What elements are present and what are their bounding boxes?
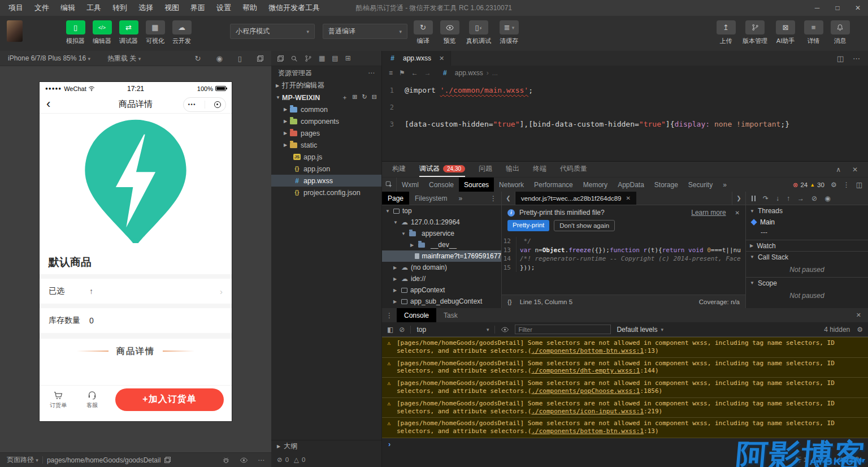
minified-source[interactable]: 12 */ 13var n=Object.freeze({});function… (502, 237, 745, 272)
source-tree-ide[interactable]: ▶☁ide:// (382, 273, 501, 284)
file-icon[interactable]: ▤ (332, 54, 338, 62)
collapse-panel-icon[interactable]: ∧ (836, 166, 841, 174)
close-tab-icon[interactable]: ✕ (439, 55, 444, 62)
bookmark-icon[interactable]: ⚑ (399, 69, 405, 77)
tab-filesystem[interactable]: Filesystem (409, 192, 453, 205)
project-root[interactable]: ▼ MP-WEIXIN ＋ ⊞ ↻ ⊟ (271, 92, 381, 103)
format-icon[interactable]: {} (507, 299, 512, 305)
source-tree-top[interactable]: ▼top (382, 205, 501, 217)
customer-service-button[interactable]: 客服 (77, 390, 107, 409)
expand-right-icon[interactable]: ❯ (732, 192, 745, 205)
tools-icon[interactable]: ⊞ (345, 54, 351, 62)
open-editors-section[interactable]: ▶ 打开的编辑器 (271, 80, 381, 92)
more-icon[interactable]: ⋯ (258, 456, 264, 464)
tree-item-static[interactable]: ▶ static (271, 139, 381, 151)
product-image[interactable] (40, 114, 232, 248)
menu-interface[interactable]: 界面 (190, 3, 205, 13)
more-actions-icon[interactable]: ⋯ (853, 54, 860, 63)
upload-button[interactable]: ↥ 上传 (713, 20, 739, 45)
console-warning-row[interactable]: ⚠ [pages/home/homeGoods/goodsDetail] Som… (382, 398, 868, 418)
menu-tools[interactable]: 工具 (86, 3, 101, 13)
collapse-left-icon[interactable]: ❮ (502, 192, 515, 205)
grid-icon[interactable]: ▦ (319, 54, 325, 62)
source-tree-no-domain[interactable]: ▶☁(no domain) (382, 262, 501, 273)
dock-icon[interactable]: ◫ (856, 181, 862, 189)
page-path-selector[interactable]: 页面路径 ▾ (7, 455, 38, 465)
more-icon[interactable]: ⋯ (368, 69, 375, 77)
tab-output[interactable]: 输出 (506, 162, 519, 177)
tab-appdata[interactable]: AppData (613, 178, 649, 192)
tab-memory[interactable]: Memory (578, 178, 613, 192)
tree-item-pages[interactable]: ▶ pages (271, 127, 381, 139)
wxss-source-link[interactable]: ./components/dht-empty.wxss:1 (531, 367, 640, 374)
record-icon[interactable]: ◉ (216, 54, 223, 63)
callstack-section-header[interactable]: ▼Call Stack (746, 251, 868, 262)
tab-storage[interactable]: Storage (649, 178, 683, 192)
wxss-source-link[interactable]: ./components/bottom-btn.wxss:1 (531, 347, 644, 354)
console-settings-icon[interactable]: ⚙ (857, 326, 863, 334)
preview-button[interactable]: 预览 (436, 20, 463, 45)
outline-icon[interactable]: ≡ (389, 69, 393, 77)
tab-security[interactable]: Security (683, 178, 718, 192)
tab-sources[interactable]: Sources (459, 178, 494, 192)
collapse-all-icon[interactable]: ⊟ (372, 93, 377, 102)
scope-section-header[interactable]: ▼Scope (746, 277, 868, 288)
settings-gear-icon[interactable]: ⚙ (831, 181, 837, 189)
device-frame-icon[interactable]: ▯ (238, 54, 242, 63)
more-dots-icon[interactable]: ••• (188, 102, 196, 107)
close-panel-icon[interactable]: ✕ (852, 166, 858, 174)
step-into-icon[interactable]: ↓ (776, 194, 779, 202)
source-tree-host[interactable]: ▼☁127.0.0.1:29964 (382, 217, 501, 228)
git-branch-icon[interactable] (305, 55, 312, 62)
tab-wxml[interactable]: Wxml (397, 178, 424, 192)
tab-console[interactable]: Console (424, 178, 459, 192)
remote-debug-button[interactable]: ▯⚡ 真机调试 (463, 20, 494, 45)
tab-debugger[interactable]: 调试器 24,30 (419, 162, 465, 177)
pretty-print-button[interactable]: Pretty-print (507, 220, 549, 231)
thread-main-row[interactable]: Main (746, 217, 868, 227)
log-levels-selector[interactable]: Default levels▾ (617, 326, 663, 334)
hot-reload-toggle[interactable]: 热重载 关 ▾ (107, 54, 141, 63)
user-avatar[interactable] (7, 20, 23, 42)
tab-terminal[interactable]: 终端 (533, 162, 546, 177)
multi-window-icon[interactable] (257, 55, 263, 62)
menu-settings[interactable]: 设置 (216, 3, 231, 13)
problems-counter[interactable]: ⊘0 △0 (271, 452, 381, 467)
tab-page[interactable]: Page (382, 192, 409, 205)
editor-content[interactable]: 1@import './common/main.wxss'; 2 3[data-… (382, 80, 868, 133)
editor-toggle-button[interactable]: </> 编辑器 (89, 20, 115, 45)
simulator-toggle-button[interactable]: ▯ 模拟器 (62, 20, 89, 45)
tab-code-quality[interactable]: 代码质量 (560, 162, 587, 177)
wxss-source-link[interactable]: ./components/popChoose.wxss:1 (531, 387, 640, 395)
wxss-source-link[interactable]: ./components/bottom-btn.wxss:1 (531, 427, 644, 435)
tab-overflow[interactable]: » (718, 178, 732, 192)
tab-problems[interactable]: 问题 (479, 162, 492, 177)
wxss-source-link[interactable]: ./components/icon-input.wxss:1 (531, 408, 644, 415)
nav-back-icon[interactable]: ← (411, 69, 418, 77)
copy-path-icon[interactable] (164, 457, 171, 463)
details-button[interactable]: ≡ 详情 (800, 20, 827, 45)
watch-section-header[interactable]: ▶Watch (746, 240, 868, 251)
console-warning-row[interactable]: ⚠ [pages/home/homeGoods/goodsDetail] Som… (382, 418, 868, 438)
console-warning-row[interactable]: ⚠ [pages/home/homeGoods/goodsDetail] Som… (382, 337, 868, 358)
dont-show-again-button[interactable]: Don't show again (554, 220, 615, 231)
menu-wechat-devtools[interactable]: 微信开发者工具 (268, 3, 320, 13)
hidden-count[interactable]: 4 hidden (824, 326, 850, 334)
pause-icon[interactable] (752, 196, 756, 201)
more-vertical-icon[interactable]: ⋮ (843, 181, 850, 189)
ai-assistant-button[interactable]: ⊠ AI助手 (771, 20, 800, 45)
more-vertical-icon[interactable]: ⋮ (382, 312, 397, 319)
minimize-button[interactable]: ─ (807, 4, 827, 12)
mode-dropdown[interactable]: 小程序模式▾ (230, 24, 315, 39)
source-tree-dev[interactable]: ▶__dev__ (382, 239, 501, 250)
step-icon[interactable]: → (797, 194, 804, 202)
console-sidebar-icon[interactable]: ◧ (387, 326, 393, 334)
clear-cache-button[interactable]: ≣▾ 清缓存 (494, 20, 524, 45)
threads-section-header[interactable]: ▼Threads (746, 205, 868, 217)
back-icon[interactable]: ‹ (46, 98, 50, 110)
tab-app-wxss[interactable]: app.wxss ✕ (382, 51, 451, 66)
inspect-icon[interactable] (385, 181, 393, 188)
tab-nav-overflow[interactable]: » (453, 192, 468, 205)
dismiss-banner-icon[interactable]: ✕ (735, 210, 740, 216)
device-selector[interactable]: iPhone 6/7/8 Plus 85% 16 ▾ (8, 54, 90, 62)
